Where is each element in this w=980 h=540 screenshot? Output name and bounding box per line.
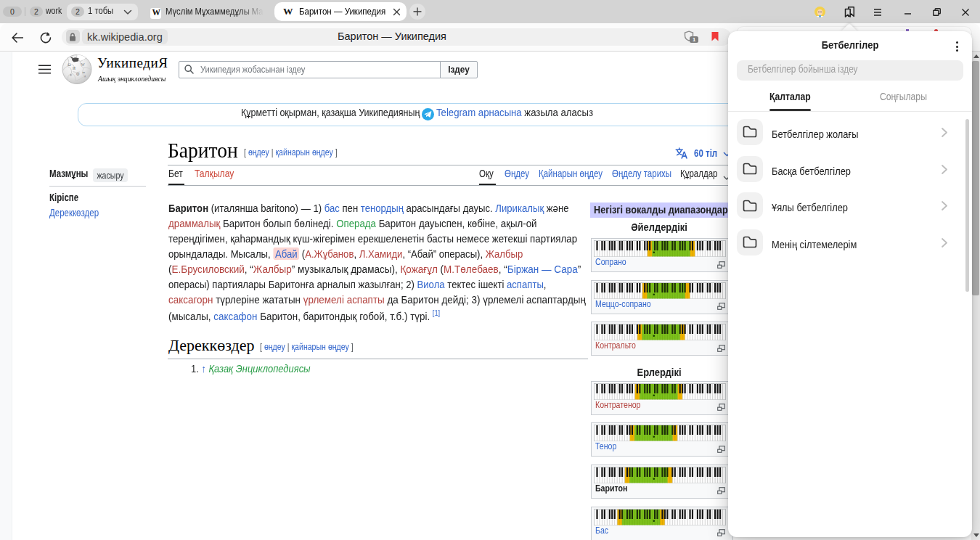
svg-text:Е: Е [70,73,73,77]
svg-text:Ω: Ω [68,62,71,67]
svg-text:д: д [84,74,86,78]
svg-text:W: W [81,62,86,67]
svg-text:ш: ш [83,70,86,74]
svg-text:Ф: Ф [76,72,80,76]
svg-text:И: И [73,66,75,70]
